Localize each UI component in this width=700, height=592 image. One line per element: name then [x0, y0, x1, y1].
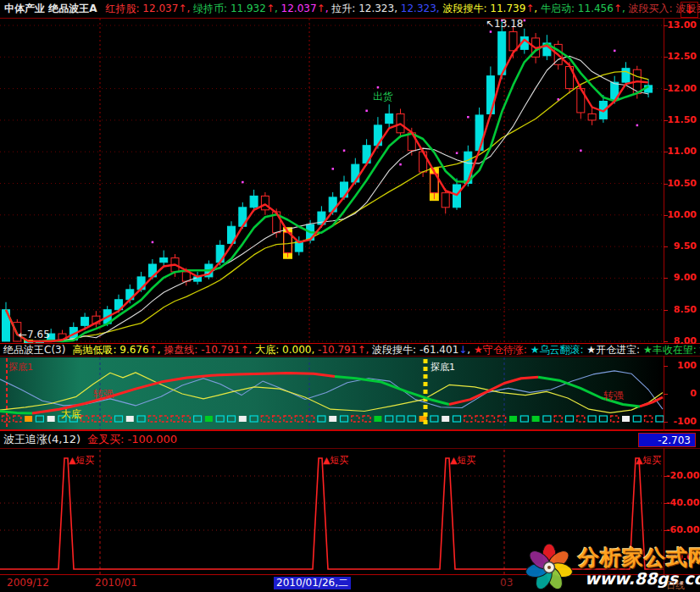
indicator-item: 波段搜牛: -61.401	[372, 344, 458, 356]
trend-arrow-icon: ↑	[317, 3, 325, 14]
date-label[interactable]: 2010/01/26,二	[274, 577, 351, 589]
chart-annotation: ▲短买	[636, 455, 661, 466]
indicator-item: 12.323	[401, 3, 436, 14]
period-label: 日线	[666, 579, 685, 592]
axis-tick	[664, 215, 668, 216]
separator-bottomheader-bottom	[0, 448, 700, 449]
separator-text: ,	[275, 3, 281, 14]
separator-midheader-bottom	[0, 356, 700, 357]
chart-annotation: ←7.65	[19, 329, 50, 340]
date-label: 2009/12	[7, 577, 49, 589]
trend-arrow-icon: ↑	[357, 344, 365, 356]
chart-annotation: ▲短买	[450, 455, 475, 466]
trend-arrow-icon: ↑	[149, 344, 158, 356]
indicator-item: ★乌云翻滚:	[531, 344, 584, 356]
chart-annotation: 转强	[603, 390, 624, 401]
separator-text: ,	[394, 3, 401, 14]
axis-tick	[664, 310, 668, 311]
indicator-value-box: -2.703	[638, 433, 696, 447]
axis-tick	[664, 246, 668, 247]
axis-tick	[664, 503, 668, 504]
bottom-panel-title: 波王追涨(4,12)	[3, 431, 81, 448]
indicator-item: 绿持币: 11.932	[193, 3, 266, 14]
axis-label: 13.00	[666, 20, 697, 30]
axis-label: -20.00	[666, 471, 697, 481]
stock-title: 中体产业 绝品波王A	[4, 2, 97, 16]
axis-tick	[664, 278, 668, 279]
axis-label: 11.00	[666, 147, 697, 157]
axis-label: -40.00	[666, 498, 697, 508]
axis-label: -80.00	[666, 552, 697, 562]
mid-indicator-values: 高抛低吸: 9.676↑, 操盘线: -10.791↑, 大底: 0.000, …	[72, 344, 700, 356]
indicator-item: 波段买入:	[629, 3, 673, 14]
chart-annotation: 探底1	[431, 362, 455, 373]
axis-tick	[664, 557, 668, 558]
chart-annotation: 出货	[373, 91, 393, 102]
indicator-item: 牛启动: 11.456	[541, 3, 614, 14]
mid-panel-title: 绝品波王C(3)	[3, 344, 65, 356]
separator-text: ,	[186, 3, 193, 14]
axis-tick	[664, 152, 668, 152]
axis-label: 9.50	[666, 241, 697, 252]
top-indicator-values: 红持股: 12.037↑, 绿持币: 11.932↑, 12.037↑, 拉升:…	[105, 2, 700, 16]
date-label: 2010/01	[95, 577, 137, 589]
oscillator-panel-chart[interactable]: 探底1大底转强探底1转强	[0, 357, 664, 429]
trend-arrow-icon: ↑	[241, 344, 249, 356]
axis-label: 11.50	[666, 115, 697, 125]
indicator-item: 操盘线: -10.791	[164, 344, 240, 356]
axis-label: 100	[666, 361, 697, 371]
axis-label: 10.00	[666, 210, 697, 220]
separator-text: ,	[534, 3, 541, 14]
axis-tick	[664, 25, 668, 26]
signal-panel-chart[interactable]: ▲短买▲短买▲短买▲短买	[0, 450, 664, 574]
chart-annotation: ↖13.18	[486, 19, 523, 30]
indicator-item: 大底: 0.000	[255, 344, 311, 356]
trend-arrow-icon: ↓	[458, 344, 467, 356]
axis-tick	[664, 120, 668, 121]
chart-annotation: 探底1	[8, 362, 33, 373]
trend-arrow-icon: ↑	[178, 3, 186, 14]
trend-arrow-icon: ↑	[614, 3, 622, 14]
indicator-item: -10.791	[318, 344, 357, 356]
indicator-item: ★开仓进宝:	[586, 344, 640, 356]
axis-label: 8.00	[666, 336, 697, 346]
axis-tick	[664, 422, 668, 423]
axis-tick	[664, 184, 668, 185]
main-candlestick-chart[interactable]: ↖13.18出货←7.65	[0, 19, 700, 343]
chart-annotation: ▲短买	[69, 455, 94, 466]
axis-label: 12.00	[666, 84, 697, 94]
chart-annotation: 转强	[93, 388, 114, 400]
separator-text: ,	[467, 344, 474, 356]
scroll-down-arrow-icon[interactable]: ↓	[681, 2, 698, 18]
axis-tick	[664, 476, 668, 477]
axis-label: 0	[666, 389, 697, 399]
chart-annotation: 大底	[61, 408, 81, 420]
axis-tick	[664, 530, 668, 531]
axis-label: 8.50	[666, 305, 697, 315]
axis-label: -100	[666, 417, 697, 427]
axis-tick	[664, 366, 668, 367]
axis-tick	[664, 394, 668, 395]
indicator-item: 12.037	[281, 3, 317, 14]
axis-label: 9.00	[666, 273, 697, 283]
separator-text: ,	[622, 3, 629, 14]
indicator-item: 高抛低吸: 9.676	[72, 344, 148, 356]
axis-tick	[664, 57, 668, 58]
chart-annotation: ▲短买	[323, 455, 348, 466]
top-indicator-bar: 中体产业 绝品波王A 红持股: 12.037↑, 绿持币: 11.932↑, 1…	[0, 0, 700, 18]
indicator-item: ★守仓待涨:	[474, 344, 527, 356]
separator-text: ,	[311, 344, 318, 356]
axis-tick	[664, 89, 668, 90]
axis-label: 12.50	[666, 52, 697, 62]
trading-app-window: 中体产业 绝品波王A 红持股: 12.037↑, 绿持币: 11.932↑, 1…	[0, 0, 700, 592]
axis-tick	[664, 341, 668, 342]
trend-arrow-icon: ↑	[525, 3, 534, 14]
bottom-panel-header: 波王追涨(4,12) 金叉买: -100.000	[0, 431, 700, 448]
separator-text: ,	[365, 344, 372, 356]
mid-panel-header: 绝品波王C(3) 高抛低吸: 9.676↑, 操盘线: -10.791↑, 大底…	[0, 344, 700, 356]
bottom-indicator-value: 金叉买: -100.000	[87, 431, 177, 448]
axis-label: -60.00	[666, 525, 697, 535]
date-label: 03	[500, 577, 513, 589]
indicator-item: 红持股: 12.037	[105, 3, 178, 14]
axis-label: 10.50	[666, 179, 697, 189]
